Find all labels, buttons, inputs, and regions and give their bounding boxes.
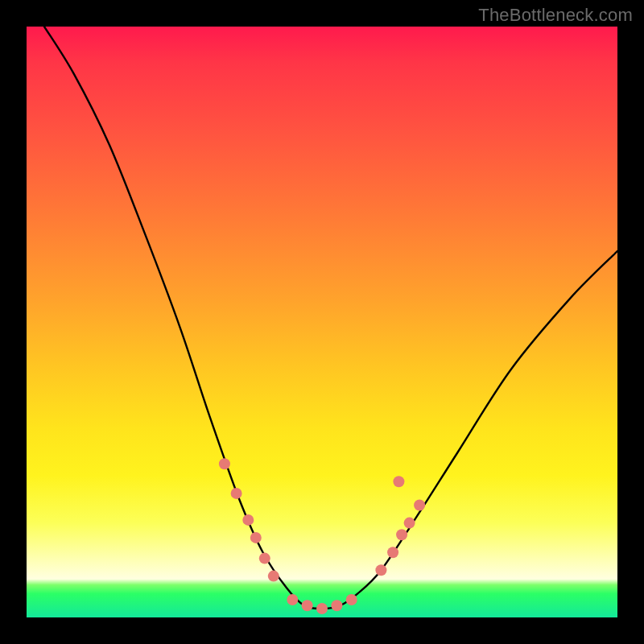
curve-marker (414, 500, 425, 511)
curve-marker (316, 603, 328, 614)
curve-marker (404, 518, 415, 529)
curve-marker (387, 547, 398, 558)
curve-marker (302, 600, 313, 611)
curve-marker (268, 571, 279, 582)
curve-marker (250, 532, 262, 543)
chart-stage: TheBottleneck.com (0, 0, 644, 644)
watermark-label: TheBottleneck.com (478, 5, 633, 26)
curve-marker (219, 458, 230, 469)
plot-area (27, 27, 617, 617)
curve-marker (396, 529, 407, 540)
curve-marker (242, 514, 254, 526)
curve-marker (231, 488, 242, 499)
curve-markers (27, 27, 617, 617)
curve-marker (346, 594, 357, 605)
curve-marker (287, 594, 298, 605)
curve-marker (375, 564, 386, 576)
curve-marker (259, 553, 270, 564)
curve-marker (331, 600, 342, 611)
curve-marker (393, 476, 404, 487)
